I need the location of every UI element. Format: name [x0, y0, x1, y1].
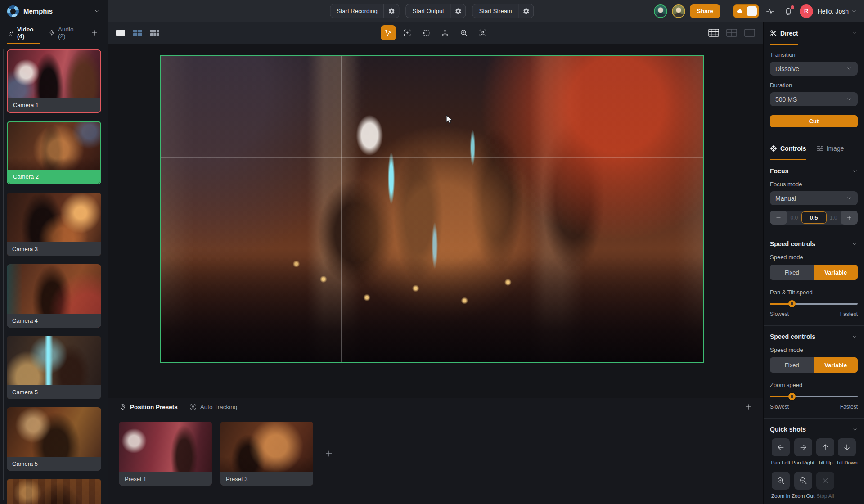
preset-card-2[interactable]: Preset 3	[220, 422, 313, 486]
tab-controls[interactable]: Controls	[770, 137, 806, 160]
start-stream-button[interactable]: Start Stream	[472, 4, 534, 18]
region-select-tool-button[interactable]	[418, 25, 434, 40]
no-overlay-button[interactable]	[744, 29, 755, 37]
quick-shots-title: Quick shots	[770, 426, 852, 433]
camera-card-5[interactable]: Camera 5	[7, 336, 101, 399]
tab-video-label: Video (4)	[17, 26, 40, 40]
zoom-in-label: Zoom In	[771, 493, 790, 499]
camera-label: Camera 3	[7, 242, 101, 256]
tab-direct[interactable]: Direct	[770, 22, 798, 45]
activity-button[interactable]	[764, 4, 777, 18]
zoom-speed-slider[interactable]	[770, 393, 858, 400]
zoom-in-button[interactable]	[772, 472, 790, 490]
controls-tab-label: Controls	[780, 145, 806, 152]
split-overlay-button[interactable]	[726, 29, 737, 37]
mosaic-view-button[interactable]	[150, 29, 160, 36]
image-tab-label: Image	[827, 145, 844, 152]
quick-shot-zoom-in: Zoom In	[770, 472, 792, 499]
sidebar-scrollbar[interactable]	[3, 49, 4, 500]
focus-increase-button[interactable]	[841, 211, 858, 225]
speed-mode-variable-button[interactable]: Variable	[814, 357, 858, 373]
slider-range-labels: Slowest Fastest	[770, 404, 858, 410]
camera-card-3[interactable]: Camera 3	[7, 193, 101, 256]
start-output-button[interactable]: Start Output	[406, 4, 466, 18]
recording-settings-button[interactable]	[384, 4, 399, 18]
camera-card-1[interactable]: Camera 1	[7, 50, 101, 113]
tab-video[interactable]: Video (4)	[7, 22, 40, 44]
joystick-icon	[441, 28, 450, 37]
tab-image[interactable]: Image	[816, 137, 844, 160]
plus-icon	[324, 449, 333, 458]
quad-view-button[interactable]	[133, 29, 143, 36]
control-panel: Direct Transition Dissolve Duration 500 …	[763, 22, 864, 504]
tab-position-presets[interactable]: Position Presets	[119, 403, 178, 410]
collapse-panel-button[interactable]	[851, 30, 858, 36]
cut-button[interactable]: Cut	[770, 115, 858, 127]
pan-right-button[interactable]	[794, 438, 812, 456]
camera-card-7[interactable]	[7, 479, 101, 504]
camera-card-6[interactable]: Camera 5	[7, 407, 101, 471]
speed-mode-fixed-button[interactable]: Fixed	[770, 357, 814, 373]
output-settings-button[interactable]	[450, 4, 466, 18]
stop-all-button[interactable]	[816, 472, 834, 490]
cloud-toggle[interactable]	[733, 4, 759, 18]
focus-section-header[interactable]: Focus	[770, 167, 858, 175]
zoom-out-button[interactable]	[794, 472, 812, 490]
program-canvas[interactable]	[160, 55, 704, 363]
slider-thumb[interactable]	[788, 300, 796, 307]
user-avatar[interactable]: R	[800, 4, 813, 18]
grid-overlay-button[interactable]	[708, 29, 719, 37]
transition-select[interactable]: Dissolve	[770, 62, 858, 76]
quick-shot-tilt-up: Tilt Up	[814, 438, 836, 465]
speed-controls-header[interactable]: Speed controls	[770, 333, 858, 340]
preset-card-1[interactable]: Preset 1	[119, 422, 212, 486]
user-menu[interactable]: Hello, Josh	[818, 8, 857, 15]
single-view-button[interactable]	[116, 29, 126, 36]
chevron-down-icon	[94, 8, 100, 14]
speed-mode-variable-button[interactable]: Variable	[814, 265, 858, 280]
focus-mode-select[interactable]: Manual	[770, 191, 858, 205]
camera-card-2[interactable]: Camera 2	[7, 121, 101, 184]
toggle-knob	[747, 6, 757, 16]
chevron-down-icon	[852, 168, 858, 174]
new-preset-button[interactable]	[322, 446, 336, 461]
project-menu[interactable]: Memphis	[0, 0, 108, 22]
pan-tilt-speed-label: Pan & Tilt speed	[770, 289, 858, 296]
slider-thumb[interactable]	[788, 393, 796, 400]
add-preset-button[interactable]	[742, 401, 754, 413]
speed-mode-fixed-button[interactable]: Fixed	[770, 265, 814, 280]
joystick-tool-button[interactable]	[437, 25, 453, 40]
tilt-down-button[interactable]	[838, 438, 856, 456]
stream-settings-button[interactable]	[518, 4, 534, 18]
center-focus-tool-button[interactable]	[400, 25, 415, 40]
tab-audio-label: Audio (2)	[58, 26, 80, 40]
region-select-icon	[422, 28, 431, 37]
camera-list: Camera 1 Camera 2 Camera 3 Camera 4 Came…	[7, 44, 101, 504]
auto-frame-tool-button[interactable]	[475, 25, 490, 40]
mic-icon	[49, 29, 55, 36]
overlay-toggles	[708, 22, 755, 44]
collaborator-avatar[interactable]	[672, 4, 685, 18]
quick-shots-header[interactable]: Quick shots	[770, 426, 858, 433]
focus-current-value[interactable]: 0.5	[801, 212, 827, 224]
notifications-button[interactable]	[782, 4, 795, 18]
collaborator-avatar[interactable]	[654, 4, 667, 18]
pan-left-button[interactable]	[772, 438, 790, 456]
start-recording-button[interactable]: Start Recording	[330, 4, 399, 18]
camera-card-4[interactable]: Camera 4	[7, 264, 101, 328]
tilt-up-button[interactable]	[816, 438, 834, 456]
zoom-tool-button[interactable]	[456, 25, 472, 40]
pan-tilt-speed-slider[interactable]	[770, 300, 858, 307]
duration-select[interactable]: 500 MS	[770, 92, 858, 106]
speed-controls-header[interactable]: Speed controls	[770, 240, 858, 248]
add-source-button[interactable]	[89, 27, 100, 39]
quick-shots-grid: Pan Left Pan Right Tilt Up	[770, 438, 858, 499]
pan-left-label: Pan Left	[771, 460, 791, 465]
tab-audio[interactable]: Audio (2)	[49, 22, 80, 44]
tab-auto-tracking[interactable]: Auto Tracking	[189, 403, 238, 410]
grid-overlay-icon	[708, 29, 719, 37]
share-button[interactable]: Share	[690, 4, 720, 18]
focus-decrease-button[interactable]	[770, 211, 787, 225]
pointer-tool-button[interactable]	[381, 25, 396, 40]
preset-label: Preset 3	[220, 472, 313, 486]
